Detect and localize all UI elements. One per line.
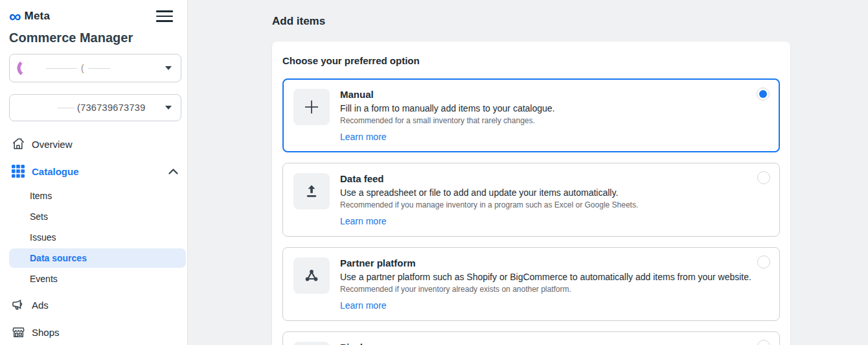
radio-button[interactable] [757,340,770,345]
option-title: Partner platform [340,257,751,268]
caret-down-icon [165,66,172,70]
sidebar-item-label: Shops [32,327,60,338]
meta-logo-text: Meta [25,10,51,23]
option-manual[interactable]: Manual Fill in a form to manually add it… [282,78,780,152]
megaphone-icon [10,297,26,313]
option-title: Manual [340,89,555,100]
sidebar-item-issues[interactable]: Issues [9,228,186,247]
hamburger-menu-icon[interactable] [156,10,173,22]
meta-logo: ∞ Meta [9,10,50,23]
radio-button[interactable] [757,88,770,101]
card-title: Choose your preferred option [282,55,780,66]
learn-more-link[interactable]: Learn more [340,132,387,142]
sidebar-item-shops[interactable]: Shops [9,318,187,345]
sidebar-item-catalogue[interactable]: Catalogue [9,158,187,185]
sidebar-item-sets[interactable]: Sets [9,207,186,226]
option-recommendation: Recommended if your inventory already ex… [340,285,751,294]
option-description: Fill in a form to manually add items to … [340,103,555,113]
redacted-fragment: ( [81,63,84,73]
option-title: Data feed [340,173,638,184]
sidebar-item-label: Ads [32,300,49,311]
option-data-feed[interactable]: Data feed Use a spreadsheet or file to a… [282,163,780,237]
radio-button[interactable] [757,256,770,268]
redacted-text-line [58,108,74,108]
redacted-avatar [16,58,36,78]
option-icon-tile [293,89,330,125]
sidebar: ∞ Meta Commerce Manager ( (736739673739 [0,0,188,345]
redacted-text-line [46,68,77,69]
shop-selector[interactable]: (736739673739 [9,94,181,121]
option-pixel[interactable]: Pixel Use your Facebook pixel to automat… [282,331,780,345]
sidebar-item-items[interactable]: Items [9,186,186,206]
catalogue-subnav: Items Sets Issues Data sources Events [9,186,186,289]
upload-icon [303,183,320,200]
share-nodes-icon [303,267,320,284]
shop-selector-value: (736739673739 [77,102,146,113]
option-description: Use a spreadsheet or file to add and upd… [340,187,638,198]
sidebar-item-events[interactable]: Events [9,269,186,289]
sidebar-header: ∞ Meta [9,8,187,25]
caret-down-icon [165,106,172,110]
account-selector[interactable]: ( [9,54,181,82]
radio-button[interactable] [757,171,770,184]
learn-more-link[interactable]: Learn more [340,300,387,311]
sidebar-item-label: Catalogue [32,166,79,177]
option-icon-tile [293,257,330,294]
learn-more-link[interactable]: Learn more [340,216,387,226]
redacted-text-line [88,68,110,69]
option-icon-tile [293,342,330,345]
option-description: Use a partner platform such as Shopify o… [340,272,751,282]
sidebar-nav: Overview Catalogue Items Sets Issues Dat [9,130,187,345]
plus-icon [303,99,320,115]
chevron-up-icon[interactable] [168,169,178,174]
sidebar-item-data-sources[interactable]: Data sources [9,248,186,268]
option-recommendation: Recommended for a small inventory that r… [340,116,555,125]
sidebar-item-overview[interactable]: Overview [9,130,187,158]
sidebar-item-ads[interactable]: Ads [9,291,187,318]
page-title: Add items [272,15,868,28]
option-icon-tile [293,173,330,209]
option-partner-platform[interactable]: Partner platform Use a partner platform … [282,247,780,321]
storefront-icon [10,325,26,340]
home-icon [10,137,26,151]
option-recommendation: Recommended if you manage inventory in a… [340,200,638,209]
add-items-card: Choose your preferred option Manual Fill… [272,42,790,345]
grid-icon [10,165,26,178]
main-content: Add items Choose your preferred option M… [188,0,868,345]
app-title: Commerce Manager [9,30,187,45]
option-title: Pixel [340,342,624,345]
meta-infinity-icon: ∞ [9,10,21,23]
sidebar-item-label: Overview [32,139,73,150]
